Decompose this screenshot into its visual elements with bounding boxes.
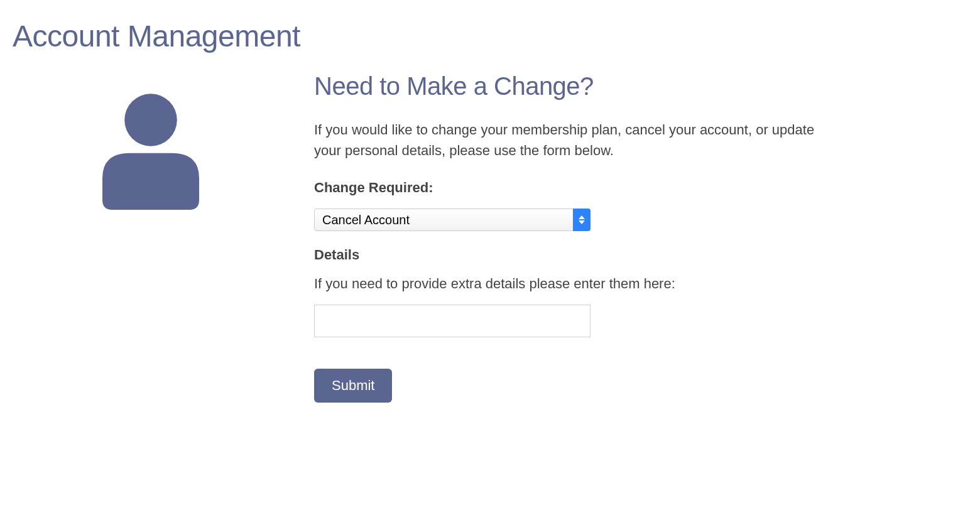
section-description: If you would like to change your members… [314, 119, 829, 161]
details-input[interactable] [314, 305, 591, 337]
section-heading: Need to Make a Change? [314, 72, 829, 100]
content-row: Need to Make a Change? If you would like… [13, 72, 967, 403]
details-hint: If you need to provide extra details ple… [314, 276, 829, 292]
avatar-column [13, 72, 289, 403]
change-required-select-wrapper: Cancel Account [314, 209, 591, 231]
details-label: Details [314, 247, 829, 263]
page-title: Account Management [13, 19, 967, 53]
change-required-label: Change Required: [314, 180, 829, 196]
change-required-select[interactable]: Cancel Account [314, 209, 591, 231]
submit-button[interactable]: Submit [314, 369, 392, 403]
svg-point-0 [124, 94, 177, 146]
form-column: Need to Make a Change? If you would like… [314, 72, 829, 403]
user-icon [82, 79, 220, 219]
